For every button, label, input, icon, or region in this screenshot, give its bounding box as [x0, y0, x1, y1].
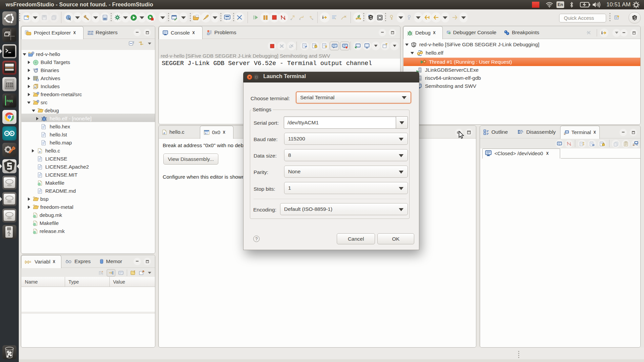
svg-text:.c: .c: [163, 131, 165, 134]
svg-text:h: h: [34, 86, 36, 89]
svg-text:C: C: [37, 92, 39, 95]
svg-text:0101: 0101: [88, 33, 93, 35]
svg-text:.c: .c: [39, 150, 41, 153]
svg-text:c: c: [205, 132, 206, 135]
svg-text:6: 6: [66, 259, 68, 261]
svg-text:C: C: [32, 52, 34, 55]
svg-text:i: i: [601, 31, 603, 35]
svg-text:010: 010: [104, 18, 106, 19]
svg-text:i: i: [322, 15, 324, 20]
svg-text:C: C: [37, 100, 39, 103]
svg-text:(x)=: (x)=: [25, 260, 31, 264]
